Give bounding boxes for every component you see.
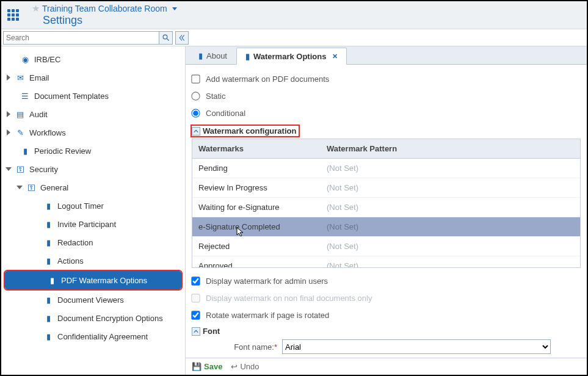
search-input[interactable] xyxy=(3,31,159,45)
font-name-label: Font name:* xyxy=(192,342,277,352)
watermark-options-panel: Add watermark on PDF documents Static Co… xyxy=(186,65,587,358)
tree-label: Workflows xyxy=(29,128,66,137)
cell-watermark-name: Waiting for e-Signature xyxy=(192,198,321,217)
undo-button[interactable]: ↩ Undo xyxy=(231,362,259,371)
checkbox-input[interactable] xyxy=(191,311,200,319)
tree-item-confidentiality[interactable]: ▮ Confidentiality Agreement xyxy=(1,327,185,345)
checkbox-display-admin[interactable]: Display watermark for admin users xyxy=(192,273,581,289)
page-title: Settings xyxy=(43,14,177,27)
checkbox-rotate-watermark[interactable]: Rotate watermark if page is rotated xyxy=(192,307,581,323)
tree-item-workflows[interactable]: ✎ Workflows xyxy=(1,123,185,142)
table-row[interactable]: Waiting for e-Signature(Not Set) xyxy=(192,198,580,217)
tree-label: Confidentiality Agreement xyxy=(57,332,148,341)
radio-conditional[interactable]: Conditional xyxy=(192,105,581,121)
mail-icon: ✉ xyxy=(15,73,26,82)
document-icon: ▮ xyxy=(43,332,54,341)
tree-label: Email xyxy=(29,73,49,82)
key-icon: ⚿ xyxy=(15,165,26,174)
tab-watermark-options[interactable]: ▮ Watermark Options ✕ xyxy=(236,48,347,65)
checkbox-input[interactable] xyxy=(191,277,200,285)
check-circle-icon: ◉ xyxy=(20,55,31,64)
column-header-pattern[interactable]: Watermark Pattern xyxy=(321,139,580,158)
section-font[interactable]: Font xyxy=(192,327,581,336)
table-row[interactable]: e-Signature Completed(Not Set) xyxy=(192,217,580,237)
checkbox-label: Display watermark on non final documents… xyxy=(206,294,372,303)
tree-item-security[interactable]: ⚿ Security xyxy=(1,160,185,178)
checkbox-label: Add watermark on PDF documents xyxy=(206,74,329,84)
undo-icon: ↩ xyxy=(231,362,238,371)
table-row[interactable]: Pending(Not Set) xyxy=(192,159,580,178)
svg-point-0 xyxy=(163,35,167,39)
apps-grid-icon[interactable] xyxy=(7,9,20,21)
document-icon: ▮ xyxy=(43,314,54,323)
tree-label: Document Encryption Options xyxy=(57,314,163,323)
cell-watermark-pattern: (Not Set) xyxy=(321,256,580,267)
checkbox-input[interactable] xyxy=(191,74,200,83)
save-button[interactable]: 💾 Save xyxy=(192,362,222,371)
tree-label: Actions xyxy=(57,256,84,266)
tree-label: Logout Timer xyxy=(57,201,104,211)
tree-item-invite-participant[interactable]: ▮ Invite Participant xyxy=(1,215,185,233)
search-icon xyxy=(162,34,170,42)
undo-label: Undo xyxy=(240,362,259,371)
room-name: Training Team Collaborate Room xyxy=(42,4,167,13)
font-name-select[interactable]: Arial xyxy=(282,339,551,354)
collapse-toggle[interactable] xyxy=(192,127,200,136)
cell-watermark-name: Review In Progress xyxy=(192,178,321,197)
radio-static[interactable]: Static xyxy=(192,88,581,104)
document-icon: ▮ xyxy=(43,295,54,305)
tree-item-redaction[interactable]: ▮ Redaction xyxy=(1,233,185,251)
document-icon: ▮ xyxy=(43,220,54,229)
header-title-block: ★ Training Team Collaborate Room Setting… xyxy=(32,3,177,27)
tree-item-audit[interactable]: ▤ Audit xyxy=(1,105,185,123)
tree-item-document-templates[interactable]: ☰ Document Templates xyxy=(1,87,185,105)
section-title: Font xyxy=(203,327,220,336)
room-selector[interactable]: ★ Training Team Collaborate Room xyxy=(32,3,177,14)
section-watermark-configuration[interactable]: Watermark configuration xyxy=(192,126,299,136)
cell-watermark-name: e-Signature Completed xyxy=(192,217,321,236)
collapse-toggle[interactable] xyxy=(192,327,200,336)
tree-label: PDF Watermark Options xyxy=(61,276,147,285)
tree-item-pdf-watermark-options[interactable]: ▮ PDF Watermark Options xyxy=(5,271,181,289)
tree-item-periodic-review[interactable]: ▮ Periodic Review xyxy=(1,142,185,160)
caret-right-icon xyxy=(7,74,10,81)
table-body[interactable]: Pending(Not Set)Review In Progress(Not S… xyxy=(192,159,580,267)
tree-label: Redaction xyxy=(57,238,93,247)
folder-icon: ▤ xyxy=(15,110,26,119)
document-icon: ▮ xyxy=(46,276,57,285)
pencil-icon: ✎ xyxy=(15,128,26,137)
tree-item-document-viewers[interactable]: ▮ Document Viewers xyxy=(1,291,185,309)
section-title: Watermark configuration xyxy=(203,126,296,136)
tree-label: Invite Participant xyxy=(57,220,116,229)
tree-item-document-encryption[interactable]: ▮ Document Encryption Options xyxy=(1,309,185,327)
checkbox-add-watermark[interactable]: Add watermark on PDF documents xyxy=(192,71,581,87)
checkbox-label: Display watermark for admin users xyxy=(206,277,328,286)
radio-label: Conditional xyxy=(206,109,245,118)
tab-label: About xyxy=(206,51,227,60)
cell-watermark-pattern: (Not Set) xyxy=(321,159,580,178)
tree-item-email[interactable]: ✉ Email xyxy=(1,68,185,87)
tree-label: IRB/EC xyxy=(34,55,60,64)
tab-about[interactable]: ▮ About xyxy=(189,47,236,64)
table-row[interactable]: Review In Progress(Not Set) xyxy=(192,178,580,198)
column-header-watermarks[interactable]: Watermarks xyxy=(192,139,321,158)
table-row[interactable]: Approved(Not Set) xyxy=(192,256,580,267)
collapse-sidebar-button[interactable] xyxy=(175,31,189,45)
chevron-up-icon xyxy=(194,329,198,334)
tree-item-general[interactable]: ⚿ General xyxy=(1,178,185,197)
radio-input[interactable] xyxy=(191,109,200,117)
settings-tree[interactable]: ◉ IRB/EC ✉ Email ☰ Document Templates ▤ … xyxy=(1,46,186,375)
table-header: Watermarks Watermark Pattern xyxy=(192,139,580,159)
search-button[interactable] xyxy=(159,31,173,45)
table-row[interactable]: Rejected(Not Set) xyxy=(192,237,580,256)
radio-input[interactable] xyxy=(191,92,200,100)
search-bar xyxy=(1,29,587,46)
close-icon[interactable]: ✕ xyxy=(332,52,338,60)
tree-item-irbec[interactable]: ◉ IRB/EC xyxy=(1,50,185,68)
star-icon[interactable]: ★ xyxy=(32,3,40,14)
tree-item-logout-timer[interactable]: ▮ Logout Timer xyxy=(1,197,185,215)
tree-item-actions[interactable]: ▮ Actions xyxy=(1,251,185,270)
document-icon: ▮ xyxy=(43,238,54,247)
save-icon: 💾 xyxy=(192,362,201,371)
watermarks-table: Watermarks Watermark Pattern Pending(Not… xyxy=(192,139,581,268)
